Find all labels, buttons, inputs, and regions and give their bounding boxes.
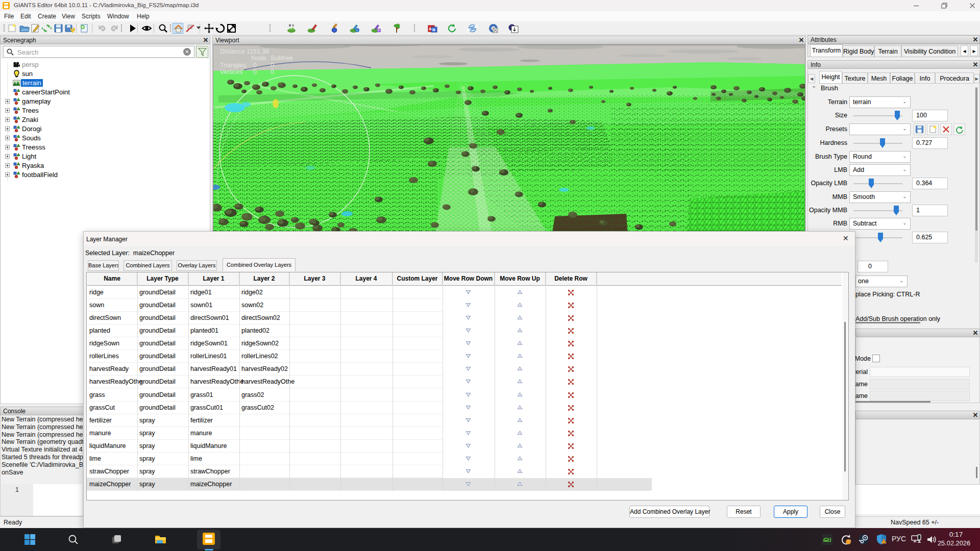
svg-text:Subtree: Subtree [271,55,293,62]
svg-text:0: 0 [271,68,274,76]
svg-text:0: 0 [253,68,257,76]
svg-text:0: 0 [271,62,274,69]
svg-text:Node: Node [251,55,266,62]
svg-text:Triangles: Triangles [220,62,246,69]
svg-text:B: B [432,28,435,32]
svg-text:!: ! [883,540,884,543]
svg-text:0: 0 [253,62,257,69]
svg-text:F: F [378,29,380,32]
svg-text:A: A [429,27,432,31]
svg-text:Vertices: Vertices [220,68,242,76]
svg-text:Distance 1151.36: Distance 1151.36 [220,48,269,55]
